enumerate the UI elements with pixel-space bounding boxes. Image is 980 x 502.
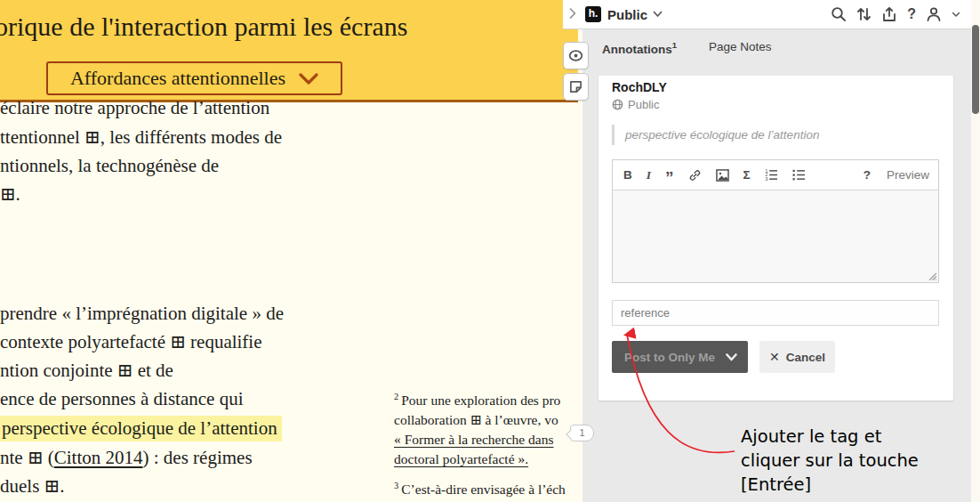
tab-annotations-label: Annotations <box>602 43 672 56</box>
cancel-button-label: Cancel <box>786 351 825 364</box>
body-line: éclaire notre approche de l’attention <box>0 97 269 119</box>
body-line: nte ⊞ (Citton 2014) : des régimes <box>0 447 253 469</box>
page-title: orique de l'interaction parmi les écrans <box>0 12 407 42</box>
body-line: ttentionnel ⊞, les différents modes de <box>0 126 282 149</box>
footnote-text: C’est-à-dire envisagée à l’éch <box>401 482 566 497</box>
body-line-highlighted[interactable]: perspective écologique de l’attention <box>0 417 282 440</box>
annotation-editor: B I ” <box>612 159 939 283</box>
footnote-link[interactable]: « Former à la recherche dans <box>394 432 553 448</box>
formatting-help-button[interactable]: ? <box>864 168 871 182</box>
italic-button[interactable]: I <box>647 168 651 182</box>
svg-text:3: 3 <box>765 176 767 181</box>
group-selector[interactable]: Public <box>607 7 647 22</box>
body-line: prendre « l’imprégnation digitale » de <box>0 303 284 325</box>
search-icon[interactable] <box>831 6 847 22</box>
footnote-text: Pour une exploration des pro <box>401 393 560 408</box>
instruction-note: Ajouter le tag et cliquer sur la touche … <box>741 425 919 497</box>
numbered-list-icon[interactable]: 123 <box>765 169 778 181</box>
instruction-line: Ajouter le tag et <box>741 425 919 449</box>
editor-actions: Post to Only Me ✕ Cancel <box>612 341 835 373</box>
quoted-text: perspective écologique de l’attention <box>612 125 819 145</box>
eye-icon <box>568 50 583 61</box>
post-button[interactable]: Post to Only Me <box>612 341 748 373</box>
sidebar-topbar: h. Public <box>563 0 980 29</box>
footnote-line: 3C’est-à-dire envisagée à l’éch <box>394 481 566 498</box>
hypothesis-logo[interactable]: h. <box>585 6 601 22</box>
help-icon[interactable]: ? <box>907 6 916 22</box>
math-button[interactable]: Σ <box>743 168 751 182</box>
toggle-highlights-button[interactable] <box>563 42 589 69</box>
annotation-highlight[interactable]: perspective écologique de l’attention <box>0 416 282 441</box>
account-icon[interactable] <box>926 6 942 22</box>
sort-icon[interactable] <box>856 6 872 22</box>
scrollbar-track[interactable] <box>971 0 980 502</box>
body-line: ntionnels, la technogénèse de <box>0 155 219 177</box>
body-text: nte ⊞ ( <box>0 447 54 468</box>
account-chevron-down-icon[interactable] <box>952 12 960 18</box>
instruction-line: cliquer sur la touche <box>741 449 919 473</box>
body-line: contexte polyartefacté ⊞ requalifie <box>0 331 262 353</box>
close-icon: ✕ <box>769 350 780 364</box>
tab-page-notes[interactable]: Page Notes <box>709 40 772 56</box>
tag-input[interactable] <box>612 300 939 326</box>
footnote-line: 2Pour une exploration des pro <box>394 392 560 409</box>
globe-icon <box>612 99 623 110</box>
editor-toolbar: B I ” <box>613 160 938 190</box>
annotations-count: 1 <box>672 40 677 50</box>
footnote-link[interactable]: doctoral polyartefacté ». <box>394 451 528 467</box>
affordances-dropdown-button[interactable]: Affordances attentionnelles <box>46 61 342 95</box>
chevron-down-icon <box>299 73 318 85</box>
group-chevron-down-icon[interactable] <box>653 11 663 18</box>
post-options-chevron-icon[interactable] <box>726 353 748 361</box>
citation-link[interactable]: Citton 2014 <box>54 447 143 468</box>
post-button-label: Post to Only Me <box>612 351 715 364</box>
footnote-line: collaboration ⊞ à l’œuvre, vo <box>394 412 558 428</box>
body-line: ⊞. <box>0 183 20 206</box>
annotation-visibility: Public <box>612 98 659 111</box>
new-page-note-button[interactable] <box>563 73 589 101</box>
instruction-line: [Entrée] <box>741 473 919 497</box>
sidebar-tabs: Annotations1 Page Notes <box>602 40 772 56</box>
annotation-bucket-badge[interactable]: 1 <box>570 425 594 441</box>
resize-handle[interactable] <box>928 271 936 280</box>
scrollbar-thumb[interactable] <box>972 25 979 114</box>
tab-annotations[interactable]: Annotations1 <box>602 40 677 56</box>
annotation-card: RochDLY Public perspective écologique de… <box>598 76 953 401</box>
topbar-icons: ? <box>831 6 980 22</box>
affordances-dropdown-label: Affordances attentionnelles <box>70 67 285 90</box>
annotation-author[interactable]: RochDLY <box>612 80 667 94</box>
footnote-number: 2 <box>394 392 398 401</box>
footnote-number: 3 <box>394 481 398 490</box>
cancel-button[interactable]: ✕ Cancel <box>759 341 835 373</box>
visibility-label: Public <box>628 98 659 111</box>
link-icon[interactable] <box>688 169 702 182</box>
bullet-list-icon[interactable] <box>792 169 806 181</box>
quote-button[interactable]: ” <box>665 174 674 182</box>
share-icon[interactable] <box>881 6 897 22</box>
body-line: ntion conjointe ⊞ et de <box>0 360 173 382</box>
bold-button[interactable]: B <box>623 168 632 182</box>
screenshot-root: orique de l'interaction parmi les écrans… <box>0 0 980 502</box>
annotation-textarea[interactable] <box>613 190 938 282</box>
preview-button[interactable]: Preview <box>887 168 929 182</box>
note-icon <box>569 80 582 93</box>
body-text: ) : des régimes <box>143 447 253 468</box>
collapse-sidebar-icon[interactable] <box>563 6 582 22</box>
body-line: ence de personnes à distance qui <box>0 388 243 410</box>
body-line: duels ⊞. <box>0 475 64 498</box>
image-icon[interactable] <box>716 169 729 182</box>
